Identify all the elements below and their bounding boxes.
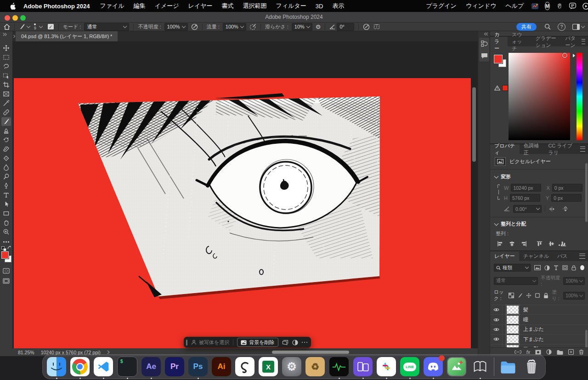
- properties-panel-menu-icon[interactable]: [580, 147, 585, 152]
- status-chevron-icon[interactable]: [107, 350, 110, 354]
- pressure-size-icon[interactable]: [363, 23, 370, 30]
- shape-tool-icon[interactable]: [1, 209, 11, 218]
- dock-unarchiver-icon[interactable]: ♻: [305, 357, 325, 376]
- y-field[interactable]: 0 px: [551, 194, 582, 202]
- dock-photoshop-icon[interactable]: Ps: [188, 357, 208, 376]
- marquee-tool-icon[interactable]: [1, 53, 11, 62]
- transform-icon[interactable]: [282, 340, 288, 345]
- menu-view[interactable]: 表示: [328, 2, 349, 10]
- dock-photo-app-icon[interactable]: [448, 358, 465, 375]
- brush-angle-field[interactable]: 0°: [329, 23, 354, 31]
- layer-name[interactable]: 瞳: [523, 316, 528, 323]
- symmetry-butterfly-icon[interactable]: [373, 23, 380, 30]
- align-left-icon[interactable]: [497, 240, 503, 247]
- layers-opac-field[interactable]: 100%: [563, 277, 585, 285]
- menu-layer[interactable]: レイヤー: [184, 2, 217, 10]
- tab-patterns[interactable]: パターン: [561, 37, 582, 46]
- align-right-icon[interactable]: [520, 240, 527, 247]
- dock-system-settings-icon[interactable]: ⚙: [282, 357, 301, 376]
- filter-pixel-layers-icon[interactable]: [534, 265, 541, 270]
- menu-edit[interactable]: 編集: [129, 2, 150, 10]
- apple-icon[interactable]: [10, 3, 16, 10]
- lock-paint-icon[interactable]: [517, 293, 523, 298]
- canvas-viewport[interactable]: [12, 41, 478, 348]
- menu-image[interactable]: イメージ: [150, 2, 184, 10]
- align-more-options-icon[interactable]: [559, 244, 565, 246]
- layer-name[interactable]: 下まぶた: [523, 336, 544, 343]
- layer-visibility-eye-icon[interactable]: [490, 315, 503, 324]
- lock-all-icon[interactable]: [543, 293, 548, 299]
- workspace-switcher[interactable]: [572, 24, 584, 30]
- adjustments-icon[interactable]: [292, 340, 298, 346]
- brush-size-chevron[interactable]: [39, 24, 42, 28]
- tab-swatches[interactable]: スウォッチ: [508, 37, 531, 46]
- menu-3d[interactable]: 3D: [311, 3, 328, 10]
- tab-paths[interactable]: パス: [553, 251, 572, 261]
- tab-cc-libraries[interactable]: CC ライブラリ: [544, 144, 580, 154]
- align-middle-vertical-icon[interactable]: [548, 240, 555, 247]
- opacity-select[interactable]: 100%: [164, 23, 188, 31]
- filter-adjustment-layers-icon[interactable]: [544, 265, 550, 271]
- color-saturation-field[interactable]: [509, 53, 570, 140]
- minimize-window-button[interactable]: [12, 15, 18, 21]
- layer-name[interactable]: 上まぶた: [523, 326, 544, 333]
- remove-background-button[interactable]: 背景を削除: [237, 338, 278, 347]
- fill-field[interactable]: 100%: [563, 292, 585, 300]
- home-icon[interactable]: [4, 24, 10, 30]
- pressure-opacity-icon[interactable]: [191, 23, 198, 30]
- dock-mirroring-app-icon[interactable]: [353, 357, 373, 376]
- mode-select[interactable]: 通常: [84, 23, 129, 31]
- status-chart-app-icon[interactable]: [531, 3, 538, 9]
- menu-type[interactable]: 書式: [217, 2, 238, 10]
- filter-toggle[interactable]: [580, 265, 585, 271]
- link-layers-icon[interactable]: [514, 350, 521, 354]
- dock-photo-app-highlight[interactable]: [447, 357, 466, 376]
- gamut-warning[interactable]: [494, 85, 508, 91]
- dock-trash-icon[interactable]: [522, 357, 541, 376]
- screen-mode-icon[interactable]: [1, 277, 11, 285]
- menu-filter[interactable]: フィルター: [271, 2, 311, 10]
- dock-sketchbook-icon[interactable]: [470, 357, 490, 376]
- layer-filter-select[interactable]: 種類: [494, 264, 531, 272]
- new-group-folder-icon[interactable]: [557, 350, 563, 355]
- layer-thumbnail[interactable]: [506, 335, 519, 344]
- layer-name[interactable]: 髪: [523, 306, 528, 313]
- flip-horizontal-icon[interactable]: [548, 206, 555, 212]
- eraser-tool-icon[interactable]: [1, 145, 11, 153]
- panel-foreground-background-colors[interactable]: [494, 55, 508, 68]
- layer-thumbnail[interactable]: [506, 325, 519, 334]
- layer-row-upper-eyelid[interactable]: 上まぶた: [490, 325, 588, 335]
- filter-type-layers-icon[interactable]: [554, 265, 559, 270]
- dock-finder-icon[interactable]: [47, 357, 66, 376]
- menu-help[interactable]: ヘルプ: [501, 2, 528, 10]
- dock-activity-monitor-icon[interactable]: [329, 357, 349, 377]
- hand-tool-icon[interactable]: [1, 218, 11, 227]
- rotation-field[interactable]: 0.00°: [513, 205, 542, 213]
- x-field[interactable]: 0 px: [552, 184, 582, 192]
- menu-plugins[interactable]: プラグイン: [421, 2, 461, 10]
- brush-settings-panel-toggle-icon[interactable]: [47, 23, 54, 30]
- menu-file[interactable]: ファイル: [95, 2, 129, 10]
- color-panel-menu-icon[interactable]: [582, 39, 585, 44]
- blur-tool-icon[interactable]: [1, 163, 11, 172]
- wh-link-icon[interactable]: [497, 184, 501, 200]
- taskbar-drag-handle[interactable]: [186, 340, 187, 346]
- tab-layers[interactable]: レイヤー: [490, 251, 519, 261]
- gamut-color-swatch[interactable]: [502, 85, 508, 91]
- layer-row-hair[interactable]: 髪: [490, 305, 588, 315]
- clone-stamp-tool-icon[interactable]: [1, 126, 11, 135]
- quick-mask-icon[interactable]: [1, 267, 11, 275]
- properties-scrollbar[interactable]: [585, 163, 588, 222]
- search-icon[interactable]: [544, 23, 551, 30]
- canvas-horizontal-scrollbar[interactable]: [272, 351, 349, 354]
- eyedropper-tool-icon[interactable]: [1, 99, 11, 108]
- brush-size-picker[interactable]: 9: [34, 23, 36, 30]
- tab-adjustments[interactable]: 色調補正: [520, 144, 544, 154]
- dodge-tool-icon[interactable]: [1, 172, 11, 181]
- status-m-circle-icon[interactable]: M: [545, 2, 549, 10]
- new-layer-icon[interactable]: [568, 349, 574, 355]
- filter-smart-objects-icon[interactable]: [571, 265, 576, 271]
- select-subject-button[interactable]: 被写体を選択: [191, 339, 229, 346]
- brush-tool-preset[interactable]: [19, 23, 30, 30]
- layer-thumbnail[interactable]: [506, 305, 519, 314]
